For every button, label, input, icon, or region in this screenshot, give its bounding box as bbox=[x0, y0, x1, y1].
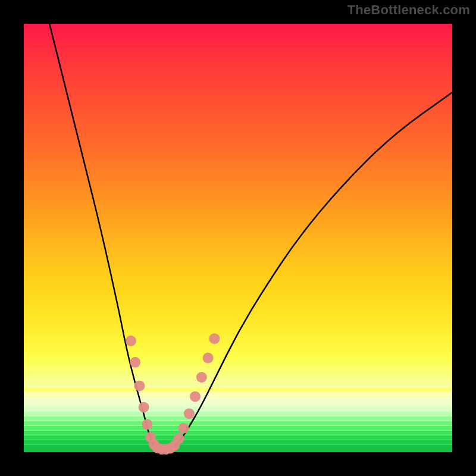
data-marker bbox=[190, 391, 201, 402]
chart-svg bbox=[24, 24, 452, 452]
curve-layer bbox=[49, 24, 452, 450]
data-marker bbox=[174, 433, 184, 444]
plot-area bbox=[24, 24, 452, 452]
watermark-text: TheBottleneck.com bbox=[347, 2, 470, 18]
data-marker bbox=[184, 408, 195, 419]
data-marker bbox=[196, 372, 207, 383]
data-marker bbox=[203, 353, 214, 364]
data-marker bbox=[139, 402, 149, 412]
marker-layer bbox=[126, 333, 220, 455]
data-marker bbox=[126, 336, 136, 346]
data-marker bbox=[209, 333, 220, 344]
data-marker bbox=[142, 419, 152, 430]
curve-right-curve bbox=[170, 92, 452, 450]
data-marker bbox=[130, 357, 140, 368]
data-marker bbox=[178, 423, 189, 434]
data-marker bbox=[134, 380, 145, 391]
chart-frame: TheBottleneck.com bbox=[0, 0, 476, 476]
